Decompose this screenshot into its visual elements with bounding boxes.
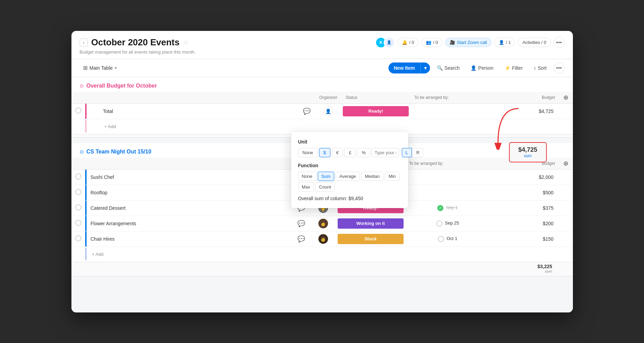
main-content: ⊙ Overall Budget for October Organizer S… <box>71 77 573 312</box>
func-max-btn[interactable]: Max <box>298 182 314 192</box>
unit-title: Unit <box>298 139 401 145</box>
align-left-btn[interactable]: L <box>402 148 412 157</box>
activities-label: Activities / 0 <box>522 40 546 45</box>
person-count[interactable]: 👤 / 1 <box>494 38 515 47</box>
new-item-chevron-icon[interactable]: ▾ <box>420 62 430 73</box>
zoom-label: Start Zoom call <box>457 40 487 45</box>
person-filter-button[interactable]: 👤 Person <box>466 63 497 73</box>
unit-options: None $ € £ % L R <box>298 148 401 157</box>
unit-pound-btn[interactable]: £ <box>344 148 356 157</box>
column-settings-popup: Unit None $ € £ % L R Function None Su <box>291 132 408 208</box>
page-title: October 2020 Events <box>91 37 180 48</box>
more-dots-icon: ••• <box>556 39 562 46</box>
align-right-btn[interactable]: R <box>413 148 423 157</box>
overall-sum-text: Overall sum of column: $9,450 <box>298 196 401 201</box>
users-count: / 0 <box>433 40 438 45</box>
func-sum-btn[interactable]: Sum <box>318 172 335 181</box>
zoom-call-button[interactable]: 🎥 Start Zoom call <box>445 38 491 47</box>
person-icon: 👤 <box>499 40 504 45</box>
chevron-down-icon: ▾ <box>115 66 117 70</box>
sort-button[interactable]: ↕ Sort <box>530 63 551 73</box>
popup-overlay: Unit None $ € £ % L R Function None Su <box>71 77 573 312</box>
users-counter[interactable]: 👥 / 0 <box>421 38 442 47</box>
unit-percent-btn[interactable]: % <box>357 148 370 157</box>
sort-label: Sort <box>538 65 547 71</box>
toolbar: ⊞ Main Table ▾ New Item ▾ 🔍 Search 👤 Per… <box>71 59 573 77</box>
users-icon: 👥 <box>426 40 431 45</box>
notifications-counter[interactable]: 🔔 / 0 <box>397 38 418 47</box>
table-icon: ⊞ <box>83 65 88 71</box>
unit-none-btn[interactable]: None <box>298 148 318 157</box>
page-subtitle: Budget management for all events taking … <box>80 49 565 59</box>
unit-euro-btn[interactable]: € <box>332 148 343 157</box>
header-more-button[interactable]: ••• <box>554 37 565 48</box>
filter-icon: ⚡ <box>505 65 510 71</box>
table-selector[interactable]: ⊞ Main Table ▾ <box>80 62 120 73</box>
search-label: Search <box>444 65 460 71</box>
person-filter-label: Person <box>478 65 493 71</box>
new-item-button[interactable]: New Item ▾ <box>388 62 430 73</box>
collapse-button[interactable]: › <box>80 38 88 47</box>
func-count-btn[interactable]: Count <box>315 182 335 192</box>
search-icon: 🔍 <box>437 65 443 71</box>
person-count-label: / 1 <box>506 40 511 45</box>
func-average-btn[interactable]: Average <box>336 172 360 181</box>
star-icon[interactable]: ☆ <box>183 39 189 46</box>
function-title: Function <box>298 163 401 168</box>
filter-button[interactable]: ⚡ Filter <box>500 63 527 73</box>
func-median-btn[interactable]: Median <box>361 172 384 181</box>
page-header: › October 2020 Events ☆ K 👤 🔔 / 0 👥 / 0 <box>71 31 573 59</box>
activities-button[interactable]: Activities / 0 <box>518 38 551 47</box>
function-options: None Sum Average Median Min Max Count <box>298 172 401 192</box>
sort-icon: ↕ <box>534 65 536 71</box>
header-actions: K 👤 🔔 / 0 👥 / 0 🎥 Start Zoom call <box>375 37 564 48</box>
avatar-badge[interactable]: 👤 <box>384 37 395 48</box>
zoom-icon: 🎥 <box>450 40 455 45</box>
func-min-btn[interactable]: Min <box>385 172 399 181</box>
toolbar-more-icon: ••• <box>556 65 562 71</box>
avatar-group: K 👤 <box>375 37 395 48</box>
bell-icon: 🔔 <box>402 40 407 45</box>
search-button[interactable]: 🔍 Search <box>433 63 464 73</box>
unit-custom-input[interactable] <box>372 148 399 157</box>
notifications-count: / 0 <box>409 40 414 45</box>
unit-dollar-btn[interactable]: $ <box>319 148 330 157</box>
func-none-btn[interactable]: None <box>298 172 316 181</box>
toolbar-more-button[interactable]: ••• <box>554 62 565 73</box>
person-filter-icon: 👤 <box>471 65 476 71</box>
table-label: Main Table <box>90 65 113 71</box>
filter-label: Filter <box>512 65 523 71</box>
new-item-label: New Item <box>388 62 420 73</box>
